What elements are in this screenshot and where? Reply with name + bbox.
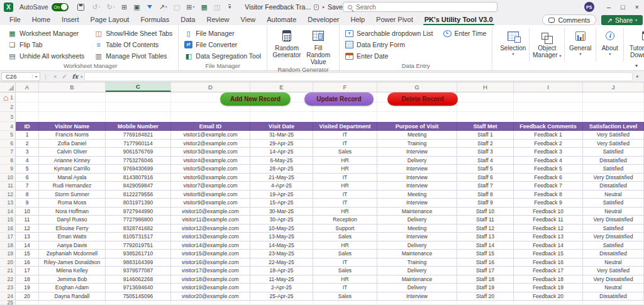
cell[interactable]: Very Dissatisfied bbox=[583, 275, 644, 284]
cell[interactable] bbox=[457, 112, 514, 122]
ribbon-tab-power-pivot[interactable]: Power Pivot bbox=[370, 14, 419, 25]
redo-dropdown-icon[interactable]: ▾ bbox=[113, 5, 115, 9]
button-data-entry-form[interactable]: Data Entry Form bbox=[344, 41, 434, 48]
form-icon[interactable]: ◫ bbox=[214, 4, 220, 11]
cell[interactable]: Danyl Russo bbox=[39, 216, 106, 225]
cell[interactable]: Dissatisfied bbox=[583, 292, 644, 301]
button-enter-time[interactable]: Enter Time bbox=[442, 30, 488, 37]
cell[interactable]: HR bbox=[313, 208, 377, 216]
cell[interactable]: 8122279556 bbox=[106, 191, 171, 199]
cell[interactable]: 9883164399 bbox=[106, 258, 171, 267]
cell[interactable]: HR bbox=[313, 165, 377, 174]
row-header-21[interactable]: 21 bbox=[0, 267, 16, 275]
worksheet-icon[interactable]: ▦ bbox=[201, 4, 208, 11]
autosave-toggle[interactable]: On bbox=[52, 3, 69, 11]
cell[interactable]: Zephaniah Mcdonnell bbox=[39, 250, 106, 258]
cell[interactable]: Meeting bbox=[377, 225, 457, 233]
cell[interactable]: 10-May-25 bbox=[250, 225, 313, 233]
cell[interactable]: Neutral bbox=[583, 208, 644, 216]
cell[interactable]: 16 bbox=[16, 258, 39, 267]
cell[interactable]: 3 bbox=[16, 148, 39, 157]
cell[interactable]: 17 bbox=[16, 267, 39, 275]
cell[interactable]: 30-Apr-25 bbox=[250, 216, 313, 225]
button-flip-tab[interactable]: ❏Flip Tab bbox=[7, 41, 86, 49]
cell[interactable]: 9713694640 bbox=[106, 284, 171, 292]
row-header-6[interactable]: 6 bbox=[0, 140, 16, 148]
cell[interactable]: 13 bbox=[16, 233, 39, 241]
cell[interactable]: visitor16@example.com bbox=[171, 258, 250, 267]
cell[interactable]: Feedback 9 bbox=[514, 199, 583, 208]
cell[interactable]: 7792019751 bbox=[106, 241, 171, 250]
cell[interactable]: Feedback 6 bbox=[514, 174, 583, 182]
cell[interactable]: 8429059847 bbox=[106, 182, 171, 191]
excel-logo-icon[interactable]: X bbox=[4, 3, 13, 12]
cell[interactable] bbox=[377, 112, 457, 122]
cell[interactable]: Storm Sumner bbox=[39, 191, 106, 199]
column-header-c[interactable]: C bbox=[106, 82, 171, 92]
cell[interactable] bbox=[250, 301, 313, 305]
cell[interactable]: Maintenance bbox=[377, 208, 457, 216]
cell[interactable]: Staff 20 bbox=[457, 292, 514, 301]
insert-function-icon[interactable]: fx bbox=[70, 73, 81, 80]
cell[interactable]: Reception bbox=[313, 216, 377, 225]
cell[interactable] bbox=[39, 301, 106, 305]
button-fill-random-value[interactable]: Fill RandomValue bbox=[302, 28, 335, 65]
ribbon-tab-developer[interactable]: Developer bbox=[302, 14, 345, 25]
cell[interactable]: Feedback 16 bbox=[514, 258, 583, 267]
cell[interactable]: 9061576769 bbox=[106, 148, 171, 157]
cell[interactable] bbox=[583, 301, 644, 305]
cell[interactable]: Interview bbox=[377, 165, 457, 174]
cell[interactable]: Neutral bbox=[583, 284, 644, 292]
column-header-e[interactable]: E bbox=[250, 82, 313, 92]
cell[interactable]: visitor17@example.com bbox=[171, 267, 250, 275]
insert-function-dropdown-icon[interactable]: ▾ bbox=[80, 74, 82, 79]
row-header-19[interactable]: 19 bbox=[0, 250, 16, 258]
search-box[interactable]: Search bbox=[343, 2, 497, 12]
column-header-j[interactable]: J bbox=[583, 82, 644, 92]
cell[interactable]: 8 bbox=[16, 191, 39, 199]
cell[interactable]: 15-Apr-25 bbox=[250, 199, 313, 208]
cell[interactable]: HR bbox=[313, 275, 377, 284]
cell[interactable] bbox=[16, 112, 39, 122]
cell[interactable]: 6-May-25 bbox=[250, 157, 313, 165]
cell[interactable]: Feedback 20 bbox=[514, 292, 583, 301]
row-header-5[interactable]: 5 bbox=[0, 131, 16, 140]
button-tutorials-and-downloads[interactable]: Tutorials andDownloads ▾ bbox=[624, 28, 644, 62]
button-manage-pivot-tables[interactable]: ▥Manage Pivot Tables bbox=[93, 52, 174, 60]
cell[interactable]: 13-May-25 bbox=[250, 233, 313, 241]
cell[interactable]: Staff 4 bbox=[457, 157, 514, 165]
cell[interactable]: 30-Mar-25 bbox=[250, 208, 313, 216]
cell[interactable]: 28-Apr-25 bbox=[250, 165, 313, 174]
cell[interactable]: 18 bbox=[16, 275, 39, 284]
cell[interactable]: 15 bbox=[16, 250, 39, 258]
cell[interactable]: Staff 19 bbox=[457, 284, 514, 292]
button-file-manager[interactable]: ▯File Manager bbox=[183, 30, 262, 38]
share-button[interactable]: ↗ Share ▾ bbox=[601, 15, 643, 25]
cell[interactable]: Training bbox=[377, 258, 457, 267]
cell[interactable]: 8105731517 bbox=[106, 233, 171, 241]
cell[interactable]: Interview bbox=[377, 199, 457, 208]
cell[interactable]: IT bbox=[313, 174, 377, 182]
cell[interactable]: Staff 10 bbox=[457, 208, 514, 216]
cell[interactable] bbox=[313, 301, 377, 305]
cell[interactable]: Interview bbox=[377, 182, 457, 191]
cell[interactable]: visitor15@example.com bbox=[171, 250, 250, 258]
cell[interactable] bbox=[583, 112, 644, 122]
cell[interactable]: Satisfied bbox=[583, 241, 644, 250]
cell[interactable]: Dissatisfied bbox=[583, 182, 644, 191]
ribbon-tab-automate[interactable]: Automate bbox=[261, 14, 302, 25]
cell[interactable]: Satisfied bbox=[583, 225, 644, 233]
cell[interactable]: Support bbox=[313, 225, 377, 233]
document-title[interactable]: Visitor Feedback Tra... bbox=[245, 3, 311, 11]
cell[interactable]: IT bbox=[313, 258, 377, 267]
restore-button[interactable]: □ bbox=[621, 4, 625, 11]
cell[interactable]: 7753276046 bbox=[106, 157, 171, 165]
cell[interactable]: Interview bbox=[377, 148, 457, 157]
cell[interactable]: Feedback 18 bbox=[514, 275, 583, 284]
cell[interactable] bbox=[171, 301, 250, 305]
column-header-h[interactable]: H bbox=[457, 82, 514, 92]
cell[interactable]: visitor13@example.com bbox=[171, 233, 250, 241]
row-header-23[interactable]: 23 bbox=[0, 284, 16, 292]
cell[interactable]: 9769430699 bbox=[106, 165, 171, 174]
cell[interactable]: Sales bbox=[313, 250, 377, 258]
